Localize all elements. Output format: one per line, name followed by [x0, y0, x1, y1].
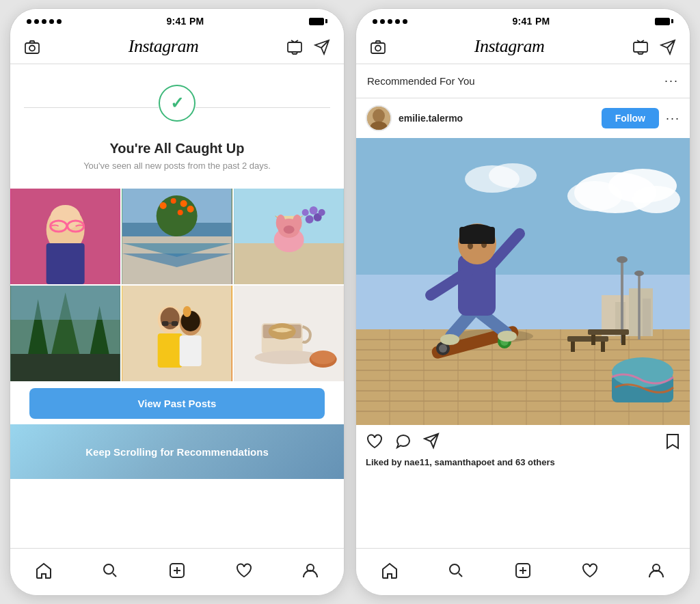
- camera-icon[interactable]: [24, 38, 40, 55]
- tab-home-left[interactable]: [30, 557, 57, 584]
- post-more-button[interactable]: ···: [666, 111, 680, 126]
- post-user-info: emilie.talermo: [366, 105, 463, 131]
- nav-bar-left: Instagram: [10, 31, 344, 64]
- comment-icon[interactable]: [394, 432, 412, 450]
- svg-rect-47: [180, 335, 202, 366]
- svg-rect-2: [288, 42, 301, 52]
- post-actions-left: [366, 432, 441, 450]
- svg-rect-44: [172, 321, 178, 326]
- keep-scrolling-text: Keep Scrolling for Recommendations: [85, 446, 269, 458]
- svg-point-74: [489, 163, 537, 188]
- avatar-image: [367, 107, 390, 130]
- keep-scrolling-banner: Keep Scrolling for Recommendations: [10, 424, 344, 479]
- view-past-posts-button[interactable]: View Past Posts: [29, 388, 325, 419]
- svg-rect-105: [591, 335, 595, 345]
- instagram-logo-right: Instagram: [474, 36, 544, 57]
- svg-point-15: [171, 198, 176, 204]
- svg-point-62: [375, 46, 381, 51]
- send-icon-right[interactable]: [660, 38, 676, 55]
- bookmark-icon[interactable]: [665, 432, 680, 450]
- signal-dots-right: [373, 19, 407, 24]
- grid-photo-4: [10, 286, 120, 381]
- send-icon[interactable]: [314, 38, 330, 55]
- recommended-more-button[interactable]: ···: [664, 74, 679, 88]
- svg-point-13: [157, 195, 198, 236]
- svg-point-30: [318, 209, 325, 216]
- svg-point-42: [161, 307, 180, 329]
- svg-point-125: [481, 241, 487, 248]
- divider-lines: ✓: [24, 85, 330, 130]
- like-icon[interactable]: [366, 432, 383, 450]
- tab-heart-right[interactable]: [576, 557, 604, 584]
- likes-label: Liked by: [366, 457, 404, 467]
- svg-point-98: [617, 256, 628, 263]
- svg-point-17: [178, 210, 183, 215]
- status-bar-left: 9:41 PM: [10, 9, 344, 31]
- svg-rect-96: [643, 299, 651, 336]
- share-icon[interactable]: [423, 432, 441, 450]
- likes-text: Liked by nae11, samanthapoet and 63 othe…: [356, 457, 690, 474]
- svg-rect-103: [601, 342, 605, 352]
- grid-photo-3: [234, 189, 344, 284]
- caught-up-title: You're All Caught Up: [110, 141, 245, 156]
- tab-add-left[interactable]: [163, 557, 191, 584]
- camera-icon-right[interactable]: [370, 38, 386, 55]
- feed-right: Recommended For You ···: [356, 64, 690, 548]
- recommended-title: Recommended For You: [367, 75, 475, 87]
- svg-point-72: [632, 186, 680, 213]
- svg-point-1: [29, 46, 35, 51]
- svg-rect-37: [11, 354, 120, 381]
- tab-profile-right[interactable]: [643, 557, 670, 584]
- tv-icon-right[interactable]: [632, 38, 649, 55]
- tv-icon[interactable]: [286, 38, 303, 55]
- left-phone: 9:41 PM Instagram: [10, 8, 345, 596]
- likes-users[interactable]: nae11, samanthapoet: [404, 457, 494, 467]
- check-circle: ✓: [159, 85, 196, 122]
- post-header-actions: Follow ···: [602, 108, 680, 128]
- svg-point-16: [180, 200, 187, 207]
- svg-rect-101: [567, 336, 608, 342]
- phones-container: 9:41 PM Instagram: [10, 8, 690, 596]
- tab-heart-left[interactable]: [230, 557, 258, 584]
- tab-bar-left: [10, 548, 344, 595]
- svg-point-26: [283, 225, 294, 234]
- battery-right: [655, 18, 673, 25]
- follow-button[interactable]: Follow: [602, 108, 659, 128]
- battery-left: [309, 18, 327, 25]
- svg-point-127: [498, 331, 517, 342]
- tab-search-left[interactable]: [96, 557, 124, 584]
- svg-rect-61: [371, 43, 385, 53]
- feed-left: ✓ You're All Caught Up You've seen all n…: [10, 64, 344, 548]
- svg-rect-104: [588, 329, 629, 335]
- caught-up-section: ✓ You're All Caught Up You've seen all n…: [10, 64, 344, 182]
- svg-point-128: [450, 564, 459, 574]
- svg-rect-41: [158, 333, 183, 368]
- post-actions: [356, 425, 690, 457]
- avatar[interactable]: [366, 105, 392, 131]
- tab-home-right[interactable]: [376, 557, 403, 584]
- nav-right-left: [286, 38, 330, 55]
- svg-rect-43: [162, 321, 169, 326]
- svg-point-18: [187, 206, 194, 212]
- svg-point-113: [439, 344, 447, 353]
- check-icon: ✓: [170, 94, 184, 113]
- svg-rect-6: [46, 243, 85, 284]
- grid-photo-6: [234, 286, 344, 381]
- svg-point-71: [567, 181, 622, 211]
- svg-rect-102: [571, 342, 575, 352]
- signal-dots: [27, 19, 62, 24]
- tab-profile-left[interactable]: [297, 557, 324, 584]
- view-past-container: View Past Posts: [10, 388, 344, 419]
- likes-count-text: and 63 others: [497, 457, 555, 467]
- tab-bar-right: [356, 548, 690, 595]
- svg-point-100: [634, 271, 644, 276]
- post-username[interactable]: emilie.talermo: [399, 113, 463, 124]
- nav-bar-right: Instagram: [356, 31, 690, 64]
- svg-point-49: [183, 306, 191, 317]
- svg-point-58: [104, 564, 113, 574]
- grid-photo-1: [10, 189, 120, 284]
- tab-add-right[interactable]: [509, 557, 537, 584]
- photo-grid: [10, 189, 344, 381]
- svg-rect-106: [621, 335, 625, 345]
- tab-search-right[interactable]: [442, 557, 470, 584]
